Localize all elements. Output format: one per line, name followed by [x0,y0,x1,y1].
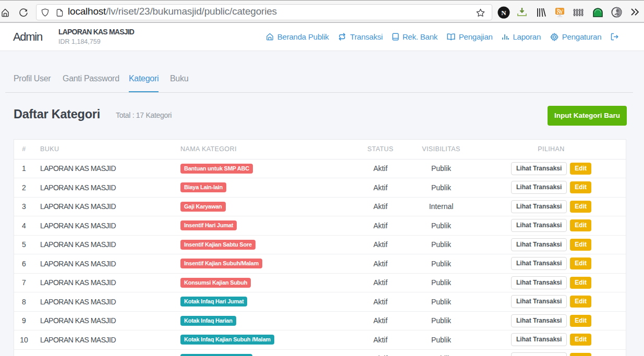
svg-text:N: N [501,9,506,17]
